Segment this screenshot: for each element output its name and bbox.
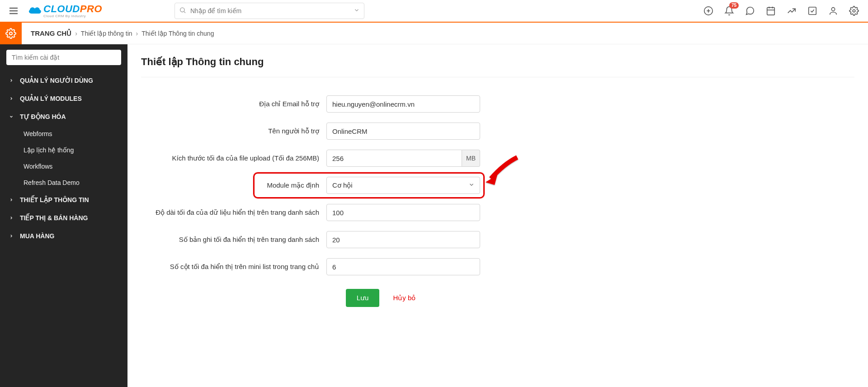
sidebar-item-automation[interactable]: TỰ ĐỘNG HÓA — [0, 108, 127, 126]
logo-subtitle: Cloud CRM By Industry — [43, 14, 102, 18]
sidebar-item-label: MUA HÀNG — [20, 232, 54, 240]
cloud-icon — [27, 5, 42, 17]
breadcrumb: TRANG CHỦ › Thiết lập thông tin › Thiết … — [22, 23, 868, 44]
chat-icon — [745, 6, 755, 16]
sidebar-item-users[interactable]: QUẢN LÝ NGƯỜI DÙNG — [0, 71, 127, 90]
notifications-button[interactable]: 75 — [724, 6, 734, 16]
svg-marker-16 — [486, 175, 497, 185]
page-title: Thiết lập Thông tin chung — [141, 56, 854, 77]
label-email: Địa chỉ Email hỗ trợ — [141, 100, 326, 108]
save-button[interactable]: Lưu — [346, 289, 380, 307]
logo-pro-text: PRO — [80, 3, 102, 14]
settings-form: Địa chỉ Email hỗ trợ Tên người hỗ trợ Kí… — [141, 95, 620, 307]
topbar: CLOUDPRO Cloud CRM By Industry 75 — [0, 0, 868, 23]
user-icon — [828, 6, 838, 16]
sidebar-item-marketing[interactable]: TIẾP THỊ & BÁN HÀNG — [0, 209, 127, 227]
sidebar-sub-webforms[interactable]: Webforms — [0, 126, 127, 142]
label-list-length: Độ dài tối đa của dữ liệu hiển thị trên … — [141, 208, 326, 217]
chevron-right-icon — [9, 96, 14, 101]
chevron-right-icon — [9, 198, 14, 202]
gear-icon — [849, 6, 859, 16]
svg-point-14 — [853, 9, 855, 12]
sidebar-item-label: QUẢN LÝ MODULES — [20, 95, 82, 102]
label-max-cols: Số cột tối đa hiển thị trên mini list tr… — [141, 263, 326, 271]
sidebar-item-modules[interactable]: QUẢN LÝ MODULES — [0, 90, 127, 108]
reports-button[interactable] — [787, 6, 797, 16]
svg-point-15 — [9, 32, 12, 35]
sidebar-sub-workflows[interactable]: Workflows — [0, 158, 127, 175]
label-supporter: Tên người hỗ trợ — [141, 127, 326, 135]
calendar-icon — [766, 6, 776, 16]
sidebar-item-label: TIẾP THỊ & BÁN HÀNG — [20, 214, 88, 222]
add-button[interactable] — [703, 6, 713, 16]
svg-point-13 — [831, 8, 835, 11]
sidebar-sub-refresh[interactable]: Refresh Data Demo — [0, 175, 127, 191]
svg-rect-8 — [767, 8, 775, 15]
notification-badge: 75 — [729, 2, 739, 9]
cancel-button[interactable]: Hủy bỏ — [393, 294, 415, 302]
sidebar-item-info-setup[interactable]: THIẾT LẬP THÔNG TIN — [0, 191, 127, 209]
breadcrumb-sep: › — [136, 30, 138, 37]
logo-cloud-text: CLOUD — [43, 3, 80, 14]
breadcrumb-l2[interactable]: Thiết lập Thông tin chung — [142, 30, 214, 37]
input-email[interactable] — [326, 95, 480, 113]
global-search-wrap — [175, 3, 364, 19]
input-upload-size[interactable] — [326, 150, 462, 167]
chart-icon — [787, 6, 797, 16]
input-max-cols[interactable] — [326, 258, 480, 275]
label-default-module: Module mặc định — [141, 181, 326, 189]
breadcrumb-sep: › — [75, 30, 77, 37]
breadcrumb-home[interactable]: TRANG CHỦ — [31, 29, 71, 38]
chevron-down-icon — [9, 114, 14, 119]
chevron-right-icon — [9, 78, 14, 83]
main-content: Thiết lập Thông tin chung Địa chỉ Email … — [127, 44, 868, 387]
input-list-length[interactable] — [326, 204, 480, 221]
sidebar-item-label: THIẾT LẬP THÔNG TIN — [20, 196, 89, 203]
check-square-icon — [807, 6, 817, 16]
label-upload-size: Kích thước tối đa của file upload (Tối đ… — [141, 154, 326, 162]
upload-size-unit: MB — [462, 150, 480, 167]
profile-button[interactable] — [828, 6, 838, 16]
gear-icon — [5, 28, 16, 39]
select-default-module[interactable] — [326, 177, 480, 194]
logo[interactable]: CLOUDPRO Cloud CRM By Industry — [27, 3, 102, 19]
sidebar-sub-schedule[interactable]: Lập lịch hệ thống — [0, 142, 127, 158]
search-icon — [179, 7, 186, 15]
hamburger-icon — [8, 5, 19, 16]
plus-circle-icon — [703, 6, 713, 16]
settings-search-input[interactable] — [6, 50, 121, 65]
settings-button[interactable] — [849, 6, 859, 16]
chevron-right-icon — [9, 216, 14, 220]
global-search-input[interactable] — [175, 3, 364, 19]
svg-line-4 — [184, 12, 185, 13]
form-buttons: Lưu Hủy bỏ — [141, 289, 620, 307]
svg-rect-12 — [809, 7, 816, 15]
chat-button[interactable] — [745, 6, 755, 16]
input-max-records[interactable] — [326, 231, 480, 248]
sidebar-item-label: TỰ ĐỘNG HÓA — [20, 113, 66, 120]
breadcrumb-l1[interactable]: Thiết lập thông tin — [81, 30, 132, 37]
top-icons: 75 — [703, 6, 863, 16]
input-supporter[interactable] — [326, 123, 480, 140]
sidebar-item-label: QUẢN LÝ NGƯỜI DÙNG — [20, 77, 93, 84]
breadcrumb-bar: TRANG CHỦ › Thiết lập thông tin › Thiết … — [0, 23, 868, 44]
sidebar-item-purchase[interactable]: MUA HÀNG — [0, 227, 127, 245]
settings-sidebar: QUẢN LÝ NGƯỜI DÙNG QUẢN LÝ MODULES TỰ ĐỘ… — [0, 44, 127, 387]
chevron-down-icon[interactable] — [354, 7, 360, 15]
svg-point-3 — [180, 8, 184, 12]
chevron-right-icon — [9, 234, 14, 238]
menu-button[interactable] — [5, 2, 23, 20]
label-max-records: Số bản ghi tối đa hiển thị trên trang da… — [141, 236, 326, 244]
calendar-button[interactable] — [766, 6, 776, 16]
tasks-button[interactable] — [807, 6, 817, 16]
settings-gear-side[interactable] — [0, 23, 22, 44]
